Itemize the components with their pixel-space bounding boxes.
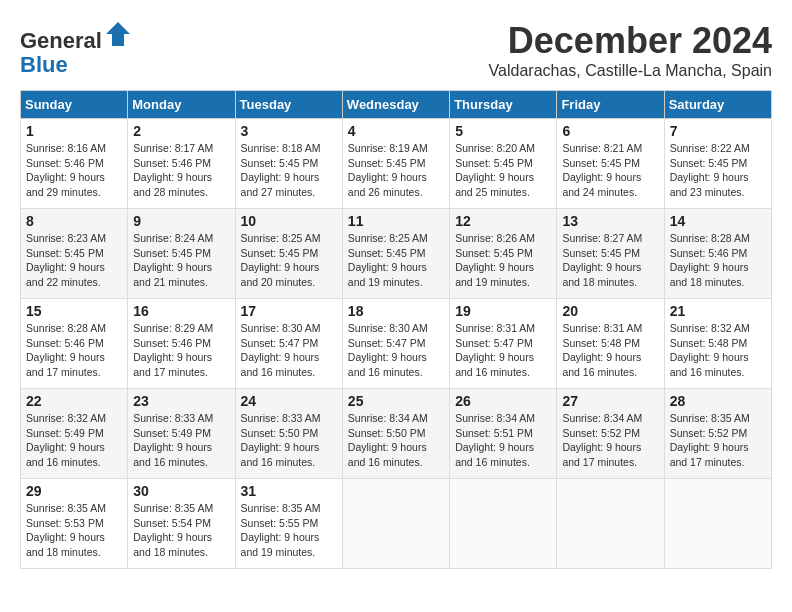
weekday-header-thursday: Thursday — [450, 91, 557, 119]
day-info: Sunrise: 8:27 AMSunset: 5:45 PMDaylight:… — [562, 231, 658, 290]
calendar-day-cell: 5Sunrise: 8:20 AMSunset: 5:45 PMDaylight… — [450, 119, 557, 209]
month-title: December 2024 — [489, 20, 772, 62]
calendar-day-cell: 18Sunrise: 8:30 AMSunset: 5:47 PMDayligh… — [342, 299, 449, 389]
calendar-day-cell: 2Sunrise: 8:17 AMSunset: 5:46 PMDaylight… — [128, 119, 235, 209]
calendar-day-cell: 27Sunrise: 8:34 AMSunset: 5:52 PMDayligh… — [557, 389, 664, 479]
weekday-header-wednesday: Wednesday — [342, 91, 449, 119]
day-info: Sunrise: 8:33 AMSunset: 5:50 PMDaylight:… — [241, 411, 337, 470]
location-title: Valdarachas, Castille-La Mancha, Spain — [489, 62, 772, 80]
day-info: Sunrise: 8:28 AMSunset: 5:46 PMDaylight:… — [26, 321, 122, 380]
calendar-day-cell: 20Sunrise: 8:31 AMSunset: 5:48 PMDayligh… — [557, 299, 664, 389]
day-info: Sunrise: 8:22 AMSunset: 5:45 PMDaylight:… — [670, 141, 766, 200]
day-number: 8 — [26, 213, 122, 229]
calendar-day-cell: 23Sunrise: 8:33 AMSunset: 5:49 PMDayligh… — [128, 389, 235, 479]
calendar-week-row: 15Sunrise: 8:28 AMSunset: 5:46 PMDayligh… — [21, 299, 772, 389]
calendar-week-row: 22Sunrise: 8:32 AMSunset: 5:49 PMDayligh… — [21, 389, 772, 479]
calendar-day-cell: 31Sunrise: 8:35 AMSunset: 5:55 PMDayligh… — [235, 479, 342, 569]
day-number: 26 — [455, 393, 551, 409]
calendar-day-cell: 21Sunrise: 8:32 AMSunset: 5:48 PMDayligh… — [664, 299, 771, 389]
calendar-day-cell: 17Sunrise: 8:30 AMSunset: 5:47 PMDayligh… — [235, 299, 342, 389]
title-block: December 2024 Valdarachas, Castille-La M… — [489, 20, 772, 80]
day-info: Sunrise: 8:33 AMSunset: 5:49 PMDaylight:… — [133, 411, 229, 470]
calendar-day-cell: 25Sunrise: 8:34 AMSunset: 5:50 PMDayligh… — [342, 389, 449, 479]
calendar-day-cell: 7Sunrise: 8:22 AMSunset: 5:45 PMDaylight… — [664, 119, 771, 209]
weekday-header-monday: Monday — [128, 91, 235, 119]
day-info: Sunrise: 8:24 AMSunset: 5:45 PMDaylight:… — [133, 231, 229, 290]
day-number: 9 — [133, 213, 229, 229]
day-info: Sunrise: 8:34 AMSunset: 5:51 PMDaylight:… — [455, 411, 551, 470]
day-info: Sunrise: 8:35 AMSunset: 5:53 PMDaylight:… — [26, 501, 122, 560]
weekday-header-saturday: Saturday — [664, 91, 771, 119]
day-number: 17 — [241, 303, 337, 319]
day-number: 14 — [670, 213, 766, 229]
day-number: 2 — [133, 123, 229, 139]
day-info: Sunrise: 8:25 AMSunset: 5:45 PMDaylight:… — [241, 231, 337, 290]
day-info: Sunrise: 8:30 AMSunset: 5:47 PMDaylight:… — [348, 321, 444, 380]
day-number: 29 — [26, 483, 122, 499]
day-info: Sunrise: 8:26 AMSunset: 5:45 PMDaylight:… — [455, 231, 551, 290]
weekday-header-friday: Friday — [557, 91, 664, 119]
day-number: 28 — [670, 393, 766, 409]
day-info: Sunrise: 8:17 AMSunset: 5:46 PMDaylight:… — [133, 141, 229, 200]
day-info: Sunrise: 8:35 AMSunset: 5:54 PMDaylight:… — [133, 501, 229, 560]
calendar-day-cell: 30Sunrise: 8:35 AMSunset: 5:54 PMDayligh… — [128, 479, 235, 569]
calendar-day-cell: 19Sunrise: 8:31 AMSunset: 5:47 PMDayligh… — [450, 299, 557, 389]
day-info: Sunrise: 8:34 AMSunset: 5:52 PMDaylight:… — [562, 411, 658, 470]
calendar-day-cell: 11Sunrise: 8:25 AMSunset: 5:45 PMDayligh… — [342, 209, 449, 299]
calendar-day-cell: 15Sunrise: 8:28 AMSunset: 5:46 PMDayligh… — [21, 299, 128, 389]
logo-icon — [104, 20, 132, 48]
calendar-day-cell: 4Sunrise: 8:19 AMSunset: 5:45 PMDaylight… — [342, 119, 449, 209]
day-info: Sunrise: 8:32 AMSunset: 5:48 PMDaylight:… — [670, 321, 766, 380]
calendar-week-row: 29Sunrise: 8:35 AMSunset: 5:53 PMDayligh… — [21, 479, 772, 569]
calendar-day-cell: 9Sunrise: 8:24 AMSunset: 5:45 PMDaylight… — [128, 209, 235, 299]
logo: General Blue — [20, 20, 132, 77]
day-number: 30 — [133, 483, 229, 499]
day-info: Sunrise: 8:35 AMSunset: 5:55 PMDaylight:… — [241, 501, 337, 560]
day-number: 22 — [26, 393, 122, 409]
day-info: Sunrise: 8:35 AMSunset: 5:52 PMDaylight:… — [670, 411, 766, 470]
calendar-week-row: 8Sunrise: 8:23 AMSunset: 5:45 PMDaylight… — [21, 209, 772, 299]
day-number: 10 — [241, 213, 337, 229]
day-number: 18 — [348, 303, 444, 319]
calendar-day-cell: 12Sunrise: 8:26 AMSunset: 5:45 PMDayligh… — [450, 209, 557, 299]
weekday-header-sunday: Sunday — [21, 91, 128, 119]
calendar-day-cell: 28Sunrise: 8:35 AMSunset: 5:52 PMDayligh… — [664, 389, 771, 479]
logo-blue-text: Blue — [20, 52, 68, 77]
day-info: Sunrise: 8:34 AMSunset: 5:50 PMDaylight:… — [348, 411, 444, 470]
day-info: Sunrise: 8:31 AMSunset: 5:47 PMDaylight:… — [455, 321, 551, 380]
empty-cell — [342, 479, 449, 569]
calendar-day-cell: 22Sunrise: 8:32 AMSunset: 5:49 PMDayligh… — [21, 389, 128, 479]
day-number: 19 — [455, 303, 551, 319]
calendar-day-cell: 10Sunrise: 8:25 AMSunset: 5:45 PMDayligh… — [235, 209, 342, 299]
day-number: 31 — [241, 483, 337, 499]
day-number: 20 — [562, 303, 658, 319]
calendar-day-cell: 3Sunrise: 8:18 AMSunset: 5:45 PMDaylight… — [235, 119, 342, 209]
logo-general-text: General — [20, 28, 102, 53]
day-number: 24 — [241, 393, 337, 409]
day-info: Sunrise: 8:18 AMSunset: 5:45 PMDaylight:… — [241, 141, 337, 200]
day-number: 27 — [562, 393, 658, 409]
day-number: 7 — [670, 123, 766, 139]
day-number: 23 — [133, 393, 229, 409]
calendar-table: SundayMondayTuesdayWednesdayThursdayFrid… — [20, 90, 772, 569]
day-number: 4 — [348, 123, 444, 139]
day-number: 12 — [455, 213, 551, 229]
page-header: General Blue December 2024 Valdarachas, … — [20, 20, 772, 80]
day-number: 15 — [26, 303, 122, 319]
svg-marker-0 — [106, 22, 130, 46]
day-number: 13 — [562, 213, 658, 229]
calendar-day-cell: 24Sunrise: 8:33 AMSunset: 5:50 PMDayligh… — [235, 389, 342, 479]
day-info: Sunrise: 8:16 AMSunset: 5:46 PMDaylight:… — [26, 141, 122, 200]
weekday-header-tuesday: Tuesday — [235, 91, 342, 119]
day-info: Sunrise: 8:25 AMSunset: 5:45 PMDaylight:… — [348, 231, 444, 290]
day-number: 16 — [133, 303, 229, 319]
calendar-day-cell: 8Sunrise: 8:23 AMSunset: 5:45 PMDaylight… — [21, 209, 128, 299]
empty-cell — [557, 479, 664, 569]
empty-cell — [450, 479, 557, 569]
day-info: Sunrise: 8:28 AMSunset: 5:46 PMDaylight:… — [670, 231, 766, 290]
day-number: 6 — [562, 123, 658, 139]
day-info: Sunrise: 8:23 AMSunset: 5:45 PMDaylight:… — [26, 231, 122, 290]
day-number: 5 — [455, 123, 551, 139]
day-number: 25 — [348, 393, 444, 409]
day-info: Sunrise: 8:21 AMSunset: 5:45 PMDaylight:… — [562, 141, 658, 200]
